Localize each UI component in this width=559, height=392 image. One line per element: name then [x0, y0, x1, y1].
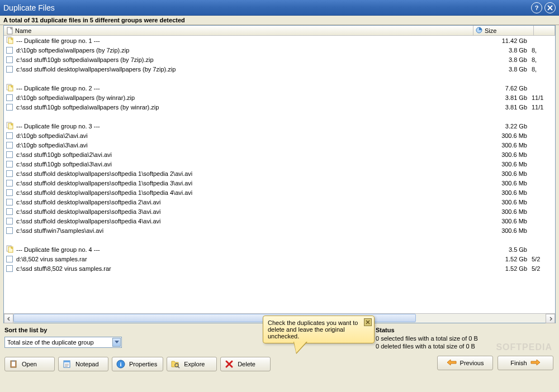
pie-icon — [476, 27, 484, 35]
notepad-button[interactable]: Notepad — [58, 357, 108, 371]
file-name: d:\10gb softpedia\wallpapers (by winrar)… — [16, 94, 476, 101]
file-row[interactable]: c:\ssd stuff\old desktop\wallpapers\soft… — [4, 169, 555, 178]
status-selected: 0 selected files with a total size of 0 … — [376, 334, 555, 342]
file-checkbox[interactable] — [6, 189, 13, 196]
file-date: 5/2 — [532, 265, 553, 272]
close-button[interactable] — [544, 2, 556, 13]
file-name: c:\ssd stuff\10gb softpedia\wallpapers (… — [16, 104, 476, 111]
file-checkbox[interactable] — [6, 170, 13, 177]
explore-button[interactable]: Explore — [167, 357, 217, 371]
file-size: 3.81 Gb — [476, 104, 532, 111]
file-name: c:\ssd stuff\win7\samples\avi.avi — [16, 227, 476, 234]
group-name: --- Duplicate file group no. 3 --- — [16, 123, 476, 130]
file-row[interactable]: c:\ssd stuff\10gb softpedia\wallpapers (… — [4, 102, 555, 112]
file-row[interactable]: c:\ssd stuff\old desktop\wallpapers\soft… — [4, 197, 555, 207]
help-button[interactable]: ? — [531, 2, 542, 13]
previous-button[interactable]: Previous — [437, 356, 493, 370]
file-name: c:\ssd stuff\old desktop\wallpapers\soft… — [16, 199, 476, 205]
file-row[interactable]: c:\ssd stuff\old desktop\wallpapers\soft… — [4, 216, 555, 226]
file-checkbox[interactable] — [6, 265, 13, 272]
file-size: 300.6 Mb — [476, 170, 532, 177]
file-checkbox[interactable] — [6, 208, 13, 215]
svg-text:?: ? — [535, 4, 539, 11]
folder-search-icon — [170, 359, 181, 369]
tooltip-text: Check the duplicates you want to delete … — [268, 319, 358, 340]
tooltip-close-button[interactable] — [364, 318, 372, 326]
file-name: c:\ssd stuff\old desktop\wallpapers\soft… — [16, 170, 476, 177]
bottom-panel: Check the duplicates you want to delete … — [0, 323, 559, 375]
checkbox-wrap — [6, 151, 14, 158]
group-row[interactable]: --- Duplicate file group no. 4 ---3.5 Gb — [4, 245, 555, 254]
file-size: 3.8 Gb — [476, 47, 532, 54]
file-date: 5/2 — [532, 256, 553, 262]
row-spacer — [4, 235, 555, 245]
file-row[interactable]: c:\ssd stuff\old desktop\wallpapers\soft… — [4, 188, 555, 197]
checkbox-wrap — [6, 94, 14, 101]
file-size: 300.6 Mb — [476, 208, 532, 215]
file-size: 3.81 Gb — [476, 94, 532, 101]
delete-button[interactable]: Delete — [220, 357, 271, 371]
file-size: 11.42 Gb — [476, 37, 532, 44]
nav-buttons: Previous Finish — [437, 356, 553, 370]
hint-tooltip: Check the duplicates you want to delete … — [263, 315, 375, 343]
file-row[interactable]: d:\10gb softpedia\3\avi.avi300.6 Mb — [4, 140, 555, 150]
file-name: d:\10gb softpedia\2\avi.avi — [16, 132, 476, 139]
checkbox-wrap — [6, 132, 14, 139]
file-checkbox[interactable] — [6, 256, 13, 262]
file-row[interactable]: c:\ssd stuff\old desktop\wallpapers\soft… — [4, 178, 555, 188]
column-date[interactable] — [534, 26, 555, 35]
group-row[interactable]: --- Duplicate file group no. 1 ---11.42 … — [4, 36, 555, 45]
checkbox-wrap — [6, 256, 14, 262]
info-icon: i — [116, 359, 126, 369]
file-size: 300.6 Mb — [476, 161, 532, 168]
file-row[interactable]: d:\10gb softpedia\wallpapers (by 7zip).z… — [4, 45, 555, 55]
column-size-label: Size — [485, 27, 496, 34]
file-row[interactable]: d:\10gb softpedia\wallpapers (by winrar)… — [4, 93, 555, 102]
file-row[interactable]: c:\ssd stuff\old desktop\wallpapers\soft… — [4, 207, 555, 216]
column-headers: Name Size — [4, 26, 555, 36]
column-name[interactable]: Name — [4, 26, 473, 35]
file-checkbox[interactable] — [6, 56, 13, 63]
group-row[interactable]: --- Duplicate file group no. 3 ---3.22 G… — [4, 121, 555, 131]
file-checkbox[interactable] — [6, 227, 13, 234]
clipboard-icon — [8, 359, 18, 369]
file-checkbox[interactable] — [6, 104, 13, 111]
file-size: 3.8 Gb — [476, 66, 532, 73]
file-row[interactable]: d:\8,502 virus samples.rar1.52 Gb5/2 — [4, 254, 555, 264]
file-checkbox[interactable] — [6, 142, 13, 149]
file-checkbox[interactable] — [6, 218, 13, 224]
checkbox-wrap — [6, 47, 14, 54]
file-row[interactable]: c:\ssd stuff\8,502 virus samples.rar1.52… — [4, 264, 555, 273]
file-row[interactable]: d:\10gb softpedia\2\avi.avi300.6 Mb — [4, 131, 555, 140]
checkbox-wrap — [6, 199, 14, 205]
file-name: c:\ssd stuff\old desktop\wallpapers\soft… — [16, 208, 476, 215]
file-checkbox[interactable] — [6, 94, 13, 101]
scroll-right-button[interactable] — [546, 314, 555, 323]
file-checkbox[interactable] — [6, 66, 13, 73]
file-checkbox[interactable] — [6, 199, 13, 205]
file-row[interactable]: c:\ssd stuff\10gb softpedia\wallpapers (… — [4, 55, 555, 64]
file-row[interactable]: c:\ssd stuff\old desktop\wallpapers\wall… — [4, 64, 555, 74]
checkbox-wrap — [6, 142, 14, 149]
file-name: d:\8,502 virus samples.rar — [16, 256, 476, 262]
file-row[interactable]: c:\ssd stuff\10gb softpedia\3\avi.avi300… — [4, 159, 555, 169]
group-row[interactable]: --- Duplicate file group no. 2 ---7.62 G… — [4, 83, 555, 93]
file-checkbox[interactable] — [6, 161, 13, 168]
sort-dropdown[interactable]: Total size of the duplicate group — [4, 337, 122, 348]
column-size[interactable]: Size — [473, 26, 534, 35]
file-checkbox[interactable] — [6, 132, 13, 139]
group-name: --- Duplicate file group no. 2 --- — [16, 85, 476, 92]
file-checkbox[interactable] — [6, 151, 13, 158]
finish-button[interactable]: Finish — [498, 356, 553, 370]
scroll-left-button[interactable] — [4, 314, 13, 323]
properties-label: Properties — [129, 361, 157, 367]
file-row[interactable]: c:\ssd stuff\10gb softpedia\2\avi.avi300… — [4, 150, 555, 159]
file-row[interactable]: c:\ssd stuff\win7\samples\avi.avi300.6 M… — [4, 226, 555, 235]
file-checkbox[interactable] — [6, 180, 13, 187]
file-size: 300.6 Mb — [476, 218, 532, 224]
file-checkbox[interactable] — [6, 47, 13, 54]
properties-button[interactable]: i Properties — [112, 357, 163, 371]
status-label: Status — [376, 327, 555, 333]
arrow-right-icon — [530, 359, 541, 367]
open-button[interactable]: Open — [4, 357, 55, 371]
